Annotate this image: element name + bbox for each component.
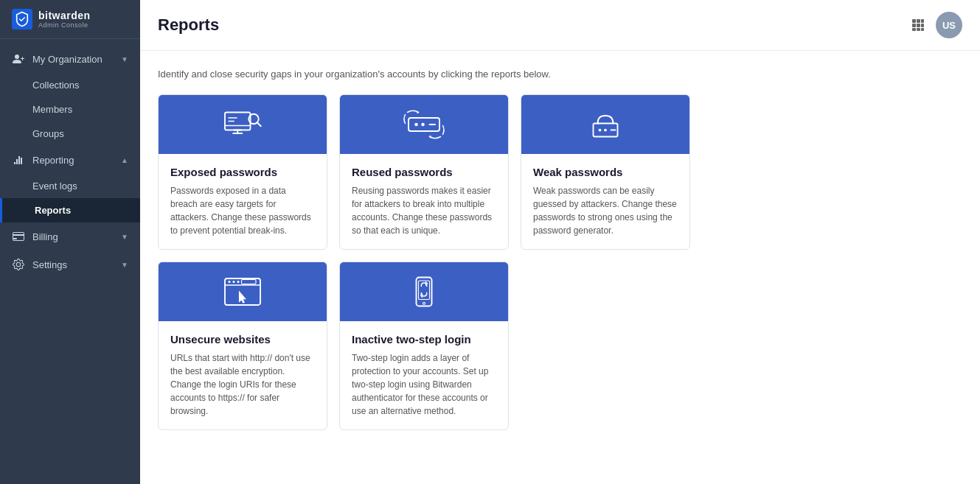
reused-card-desc: Reusing passwords makes it easier for at…: [352, 184, 496, 237]
weak-card-body: Weak passwords Weak passwords can be eas…: [521, 154, 689, 249]
avatar[interactable]: US: [936, 12, 962, 38]
sidebar-item-billing[interactable]: Billing ▼: [0, 222, 140, 250]
reused-card-title: Reused passwords: [352, 166, 496, 178]
sidebar-item-collections-label: Collections: [32, 80, 80, 91]
sidebar-item-reports[interactable]: Reports: [0, 198, 140, 222]
sidebar-item-settings-label: Settings: [32, 259, 67, 270]
exposed-passwords-card[interactable]: Exposed passwords Passwords exposed in a…: [158, 94, 327, 250]
reporting-icon: [12, 153, 25, 166]
content-description: Identify and close security gaps in your…: [158, 69, 962, 80]
sidebar-item-reporting[interactable]: Reporting ▲: [0, 146, 140, 174]
sidebar-item-members[interactable]: Members: [0, 97, 140, 122]
sidebar-item-collections[interactable]: Collections: [0, 73, 140, 97]
svg-point-31: [237, 281, 240, 283]
svg-rect-7: [912, 28, 916, 31]
settings-icon: [12, 258, 25, 271]
billing-icon: [12, 230, 25, 243]
reports-content: Identify and close security gaps in your…: [140, 51, 980, 448]
sidebar-item-settings[interactable]: Settings ▼: [0, 250, 140, 278]
svg-rect-2: [917, 19, 920, 23]
sidebar-item-groups-label: Groups: [32, 128, 64, 139]
reused-banner: [340, 95, 508, 154]
inactive-2fa-card-title: Inactive two-step login: [352, 333, 496, 346]
exposed-card-desc: Passwords exposed in a data breach are e…: [170, 184, 315, 237]
svg-rect-3: [921, 19, 924, 23]
sidebar-nav: My Organization ▼ Collections Members Gr…: [0, 39, 140, 484]
logo: bitwarden Admin Console: [0, 0, 140, 39]
inactive-2fa-card-desc: Two-step login adds a layer of protectio…: [352, 351, 496, 418]
svg-rect-32: [242, 280, 257, 284]
main-content: Reports US Identify and close security g…: [140, 0, 980, 484]
sidebar-item-members-label: Members: [32, 104, 72, 115]
apps-grid-icon[interactable]: [906, 13, 930, 37]
organization-icon: [12, 52, 25, 66]
weak-card-title: Weak passwords: [533, 166, 678, 178]
svg-point-24: [599, 129, 602, 132]
sidebar-item-groups[interactable]: Groups: [0, 122, 140, 146]
unsecure-banner: [159, 262, 327, 321]
sidebar-item-event-logs[interactable]: Event logs: [0, 174, 140, 198]
chevron-down-icon: ▼: [121, 55, 128, 63]
svg-rect-9: [921, 28, 924, 31]
svg-point-21: [421, 123, 425, 127]
chevron-down-icon-billing: ▼: [121, 233, 128, 241]
svg-rect-4: [912, 24, 916, 27]
exposed-card-title: Exposed passwords: [170, 166, 315, 178]
reused-passwords-card[interactable]: Reused passwords Reusing passwords makes…: [339, 94, 509, 250]
inactive-2fa-card-body: Inactive two-step login Two-step login a…: [340, 321, 508, 429]
logo-subtitle: Admin Console: [38, 21, 91, 29]
sidebar-item-event-logs-label: Event logs: [32, 180, 77, 192]
inactive-2fa-banner: [340, 262, 508, 321]
svg-point-30: [233, 281, 235, 283]
logo-name: bitwarden: [38, 10, 91, 21]
sidebar: bitwarden Admin Console My Organization …: [0, 0, 140, 484]
weak-card-desc: Weak passwords can be easily guessed by …: [533, 184, 678, 237]
svg-point-25: [604, 129, 607, 132]
cards-row-1: Exposed passwords Passwords exposed in a…: [158, 94, 962, 250]
svg-point-20: [414, 123, 418, 127]
unsecure-card-title: Unsecure websites: [170, 333, 315, 346]
exposed-banner: [159, 95, 327, 154]
reused-card-body: Reused passwords Reusing passwords makes…: [340, 154, 508, 249]
sidebar-item-reporting-label: Reporting: [32, 155, 74, 166]
sidebar-item-my-org-label: My Organization: [32, 54, 102, 65]
cards-container: Exposed passwords Passwords exposed in a…: [158, 94, 962, 430]
page-header: Reports US: [140, 0, 980, 51]
cards-row-2: Unsecure websites URLs that start with h…: [158, 262, 962, 430]
sidebar-item-billing-label: Billing: [32, 231, 58, 242]
svg-rect-6: [921, 24, 924, 27]
svg-rect-1: [912, 19, 916, 23]
weak-passwords-card[interactable]: Weak passwords Weak passwords can be eas…: [521, 94, 690, 250]
inactive-2fa-card[interactable]: Inactive two-step login Two-step login a…: [339, 262, 509, 430]
svg-line-16: [257, 122, 261, 126]
page-title: Reports: [158, 15, 219, 35]
unsecure-websites-card[interactable]: Unsecure websites URLs that start with h…: [158, 262, 327, 430]
unsecure-card-body: Unsecure websites URLs that start with h…: [159, 321, 327, 429]
chevron-up-icon: ▲: [121, 156, 128, 164]
svg-rect-8: [917, 28, 920, 31]
svg-point-29: [229, 281, 231, 283]
svg-rect-5: [917, 24, 920, 27]
unsecure-card-desc: URLs that start with http:// don't use t…: [170, 351, 315, 418]
exposed-card-body: Exposed passwords Passwords exposed in a…: [159, 154, 327, 249]
svg-point-35: [423, 302, 425, 304]
sidebar-item-reports-label: Reports: [35, 205, 71, 216]
chevron-down-icon-settings: ▼: [121, 261, 128, 269]
header-right: US: [906, 12, 962, 38]
weak-banner: [521, 95, 689, 154]
sidebar-item-my-organization[interactable]: My Organization ▼: [0, 45, 140, 73]
